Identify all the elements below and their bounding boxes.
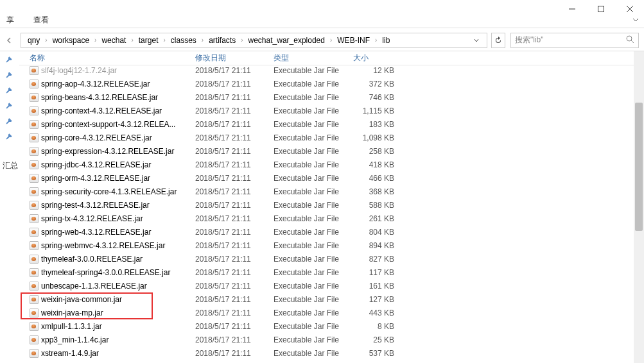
- scroll-thumb[interactable]: [635, 103, 643, 231]
- pin-icon[interactable]: [4, 87, 15, 97]
- file-name: spring-test-4.3.12.RELEASE.jar: [41, 201, 195, 210]
- pin-icon[interactable]: [4, 103, 15, 113]
- crumb-wechat[interactable]: wechat: [99, 36, 128, 45]
- search-input[interactable]: 搜索"lib": [510, 33, 639, 48]
- vertical-scrollbar[interactable]: [634, 51, 644, 363]
- file-row[interactable]: spring-context-support-4.3.12.RELEA...20…: [19, 117, 644, 131]
- crumb-classes[interactable]: classes: [168, 36, 199, 45]
- chevron-right-icon: ›: [131, 37, 133, 44]
- pin-icon[interactable]: [4, 118, 15, 128]
- crumb-qny[interactable]: qny: [25, 36, 42, 45]
- column-type-header[interactable]: 类型: [274, 53, 353, 63]
- file-date: 2018/5/17 21:11: [195, 295, 274, 304]
- file-date: 2018/5/17 21:11: [195, 133, 274, 142]
- file-row[interactable]: spring-aop-4.3.12.RELEASE.jar2018/5/17 2…: [19, 77, 644, 90]
- file-size: 827 KB: [353, 255, 399, 264]
- file-size: 894 KB: [353, 241, 399, 250]
- file-row[interactable]: spring-expression-4.3.12.RELEASE.jar2018…: [19, 144, 644, 158]
- file-type: Executable Jar File: [274, 228, 353, 237]
- file-row[interactable]: xstream-1.4.9.jar2018/5/17 21:11Executab…: [19, 346, 644, 360]
- crumb-artifacts[interactable]: artifacts: [206, 36, 238, 45]
- file-date: 2018/5/17 21:11: [195, 214, 274, 223]
- column-size-header[interactable]: 大小: [353, 53, 399, 63]
- pin-icon[interactable]: [4, 56, 15, 67]
- file-name: spring-context-support-4.3.12.RELEA...: [41, 120, 195, 129]
- nav-back-button[interactable]: [0, 37, 18, 44]
- crumb-exploded[interactable]: wechat_war_exploded: [246, 36, 327, 45]
- file-row[interactable]: spring-context-4.3.12.RELEASE.jar2018/5/…: [19, 104, 644, 117]
- file-row[interactable]: spring-test-4.3.12.RELEASE.jar2018/5/17 …: [19, 198, 644, 212]
- file-list[interactable]: slf4j-log4j12-1.7.24.jar2018/5/17 21:11E…: [19, 65, 644, 360]
- file-date: 2018/5/17 21:11: [195, 160, 274, 169]
- file-row[interactable]: unbescape-1.1.3.RELEASE.jar2018/5/17 21:…: [19, 279, 644, 292]
- pin-icon[interactable]: [4, 72, 15, 82]
- quick-access-label: 汇总: [3, 160, 18, 171]
- file-row[interactable]: spring-security-core-4.1.3.RELEASE.jar20…: [19, 185, 644, 198]
- file-row[interactable]: spring-web-4.3.12.RELEASE.jar2018/5/17 2…: [19, 225, 644, 239]
- file-row[interactable]: weixin-java-mp.jar2018/5/17 21:11Executa…: [19, 306, 644, 319]
- file-date: 2018/5/17 21:11: [195, 147, 274, 156]
- jar-file-icon: [30, 93, 41, 102]
- file-date: 2018/5/17 21:11: [195, 66, 274, 75]
- file-name: spring-jdbc-4.3.12.RELEASE.jar: [41, 160, 195, 169]
- file-row[interactable]: spring-beans-4.3.12.RELEASE.jar2018/5/17…: [19, 90, 644, 104]
- file-date: 2018/5/17 21:11: [195, 335, 274, 344]
- file-row[interactable]: xmlpull-1.1.3.1.jar2018/5/17 21:11Execut…: [19, 319, 644, 333]
- file-row[interactable]: weixin-java-common.jar2018/5/17 21:11Exe…: [19, 292, 644, 306]
- crumb-workspace[interactable]: workspace: [50, 36, 92, 45]
- file-date: 2018/5/17 21:11: [195, 120, 274, 129]
- menu-share[interactable]: 享: [6, 15, 14, 26]
- column-name-header[interactable]: 名称: [30, 53, 195, 63]
- file-size: 1,115 KB: [353, 106, 399, 115]
- file-row[interactable]: spring-core-4.3.12.RELEASE.jar2018/5/17 …: [19, 131, 644, 144]
- file-row[interactable]: spring-jdbc-4.3.12.RELEASE.jar2018/5/17 …: [19, 158, 644, 171]
- file-date: 2018/5/17 21:11: [195, 106, 274, 115]
- file-date: 2018/5/17 21:11: [195, 255, 274, 264]
- file-date: 2018/5/17 21:11: [195, 80, 274, 89]
- refresh-button[interactable]: [491, 33, 505, 48]
- breadcrumb-dropdown-icon[interactable]: [474, 36, 479, 45]
- file-row[interactable]: spring-webmvc-4.3.12.RELEASE.jar2018/5/1…: [19, 239, 644, 252]
- file-size: 127 KB: [353, 295, 399, 304]
- menubar: 享 查看: [0, 13, 644, 28]
- file-date: 2018/5/17 21:11: [195, 228, 274, 237]
- file-type: Executable Jar File: [274, 187, 353, 196]
- crumb-webinf[interactable]: WEB-INF: [335, 36, 372, 45]
- jar-file-icon: [30, 228, 41, 237]
- file-date: 2018/5/17 21:11: [195, 201, 274, 210]
- file-date: 2018/5/17 21:11: [195, 241, 274, 250]
- menu-view[interactable]: 查看: [33, 15, 49, 26]
- file-row[interactable]: xpp3_min-1.1.4c.jar2018/5/17 21:11Execut…: [19, 333, 644, 346]
- jar-file-icon: [30, 133, 41, 142]
- file-list-pane: 名称 修改日期 类型 大小 slf4j-log4j12-1.7.24.jar20…: [19, 51, 644, 363]
- file-size: 588 KB: [353, 201, 399, 210]
- file-size: 804 KB: [353, 228, 399, 237]
- ribbon-toggle-icon[interactable]: [632, 16, 639, 25]
- crumb-lib[interactable]: lib: [379, 36, 392, 45]
- file-name: weixin-java-common.jar: [41, 295, 195, 304]
- file-size: 261 KB: [353, 214, 399, 223]
- file-type: Executable Jar File: [274, 160, 353, 169]
- file-date: 2018/5/17 21:11: [195, 187, 274, 196]
- chevron-right-icon: ›: [45, 37, 47, 44]
- file-name: weixin-java-mp.jar: [41, 308, 195, 317]
- file-date: 2018/5/17 21:11: [195, 349, 274, 358]
- pin-icon[interactable]: [4, 133, 15, 144]
- file-size: 258 KB: [353, 147, 399, 156]
- column-date-header[interactable]: 修改日期: [195, 53, 274, 63]
- file-type: Executable Jar File: [274, 80, 353, 89]
- svg-point-4: [627, 36, 632, 41]
- jar-file-icon: [30, 147, 41, 156]
- file-row[interactable]: thymeleaf-3.0.0.RELEASE.jar2018/5/17 21:…: [19, 252, 644, 266]
- breadcrumb[interactable]: qny› workspace› wechat› target› classes›…: [21, 33, 487, 48]
- file-row[interactable]: thymeleaf-spring4-3.0.0.RELEASE.jar2018/…: [19, 266, 644, 279]
- file-row[interactable]: spring-orm-4.3.12.RELEASE.jar2018/5/17 2…: [19, 171, 644, 185]
- file-type: Executable Jar File: [274, 308, 353, 317]
- file-row[interactable]: spring-tx-4.3.12.RELEASE.jar2018/5/17 21…: [19, 212, 644, 225]
- search-icon[interactable]: [626, 35, 634, 46]
- file-name: spring-security-core-4.1.3.RELEASE.jar: [41, 187, 195, 196]
- file-row[interactable]: slf4j-log4j12-1.7.24.jar2018/5/17 21:11E…: [19, 65, 644, 77]
- crumb-target[interactable]: target: [136, 36, 161, 45]
- file-date: 2018/5/17 21:11: [195, 282, 274, 291]
- jar-file-icon: [30, 295, 41, 304]
